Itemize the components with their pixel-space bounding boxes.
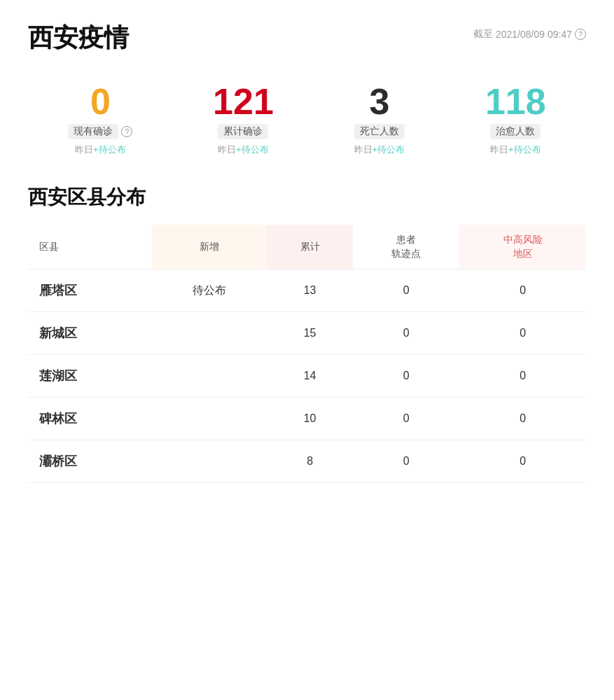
patient-tracks-value: 0 bbox=[353, 355, 459, 398]
table-row: 新城区1500 bbox=[28, 312, 586, 355]
new-cases-value bbox=[152, 355, 267, 398]
stat-sub-3: 昨日+待公布 bbox=[490, 144, 541, 156]
stat-number-deaths: 3 bbox=[369, 83, 389, 120]
district-name: 雁塔区 bbox=[28, 270, 152, 312]
stat-sub-2: 昨日+待公布 bbox=[354, 144, 405, 156]
district-name: 新城区 bbox=[28, 312, 152, 355]
th-new-cases: 新增 bbox=[152, 225, 267, 270]
patient-tracks-value: 0 bbox=[353, 440, 459, 483]
stat-sub-0: 昨日+待公布 bbox=[75, 144, 126, 156]
patient-tracks-value: 0 bbox=[353, 270, 459, 312]
stat-label-deaths: 死亡人数 bbox=[354, 124, 405, 139]
stat-sub-1: 昨日+待公布 bbox=[218, 144, 269, 156]
district-section-title: 西安区县分布 bbox=[28, 184, 586, 211]
total-cases-value: 10 bbox=[267, 398, 353, 440]
total-cases-value: 15 bbox=[267, 312, 353, 355]
risk-areas-value: 0 bbox=[459, 398, 586, 440]
timestamp-value: 2021/08/09 09:47 bbox=[496, 29, 572, 40]
th-risk-areas: 中高风险 地区 bbox=[459, 225, 586, 270]
new-cases-value bbox=[152, 440, 267, 483]
stat-number-confirmed-total: 121 bbox=[213, 83, 274, 120]
risk-areas-value: 0 bbox=[459, 312, 586, 355]
main-container: 西安疫情 截至 2021/08/09 09:47 ? 0 现有确诊 ? 昨日+待… bbox=[0, 0, 614, 700]
patient-tracks-value: 0 bbox=[353, 398, 459, 440]
stat-help-icon-0[interactable]: ? bbox=[121, 126, 132, 137]
total-cases-value: 8 bbox=[267, 440, 353, 483]
stat-label-recovered: 治愈人数 bbox=[490, 124, 540, 139]
stat-number-confirmed-current: 0 bbox=[90, 83, 111, 120]
th-total-cases: 累计 bbox=[267, 225, 353, 270]
new-cases-value: 待公布 bbox=[152, 270, 267, 312]
table-header-row: 区县 新增 累计 患者 轨迹点 中高风险 地区 bbox=[28, 225, 586, 270]
stat-confirmed-current: 0 现有确诊 ? 昨日+待公布 bbox=[68, 83, 132, 156]
table-row: 碑林区1000 bbox=[28, 398, 586, 440]
timestamp-prefix: 截至 bbox=[473, 28, 493, 41]
risk-areas-value: 0 bbox=[459, 440, 586, 483]
header: 西安疫情 截至 2021/08/09 09:47 ? bbox=[28, 21, 586, 55]
stat-label-row-2: 死亡人数 bbox=[354, 124, 405, 139]
page-title: 西安疫情 bbox=[28, 21, 129, 55]
stat-deaths: 3 死亡人数 昨日+待公布 bbox=[354, 83, 405, 156]
district-table: 区县 新增 累计 患者 轨迹点 中高风险 地区 雁塔区待公布1300新城区150… bbox=[28, 225, 586, 483]
total-cases-value: 13 bbox=[267, 270, 353, 312]
stat-number-recovered: 118 bbox=[485, 83, 546, 120]
new-cases-value bbox=[152, 398, 267, 440]
table-row: 雁塔区待公布1300 bbox=[28, 270, 586, 312]
new-cases-value bbox=[152, 312, 267, 355]
stat-label-row-3: 治愈人数 bbox=[490, 124, 540, 139]
stats-row: 0 现有确诊 ? 昨日+待公布 121 累计确诊 昨日+待公布 3 死亡人数 昨… bbox=[28, 76, 586, 163]
th-district: 区县 bbox=[28, 225, 152, 270]
total-cases-value: 14 bbox=[267, 355, 353, 398]
stat-label-row-1: 累计确诊 bbox=[218, 124, 268, 139]
stat-label-row-0: 现有确诊 ? bbox=[68, 124, 132, 139]
table-row: 莲湖区1400 bbox=[28, 355, 586, 398]
timestamp-help-icon[interactable]: ? bbox=[575, 29, 586, 40]
risk-areas-value: 0 bbox=[459, 270, 586, 312]
table-row: 灞桥区800 bbox=[28, 440, 586, 483]
district-name: 莲湖区 bbox=[28, 355, 152, 398]
district-name: 灞桥区 bbox=[28, 440, 152, 483]
risk-areas-value: 0 bbox=[459, 355, 586, 398]
stat-recovered: 118 治愈人数 昨日+待公布 bbox=[485, 83, 546, 156]
district-name: 碑林区 bbox=[28, 398, 152, 440]
stat-confirmed-total: 121 累计确诊 昨日+待公布 bbox=[213, 83, 274, 156]
patient-tracks-value: 0 bbox=[353, 312, 459, 355]
stat-label-confirmed-total: 累计确诊 bbox=[218, 124, 268, 139]
th-patient-tracks: 患者 轨迹点 bbox=[353, 225, 459, 270]
stat-label-confirmed-current: 现有确诊 bbox=[68, 124, 118, 139]
timestamp-area: 截至 2021/08/09 09:47 ? bbox=[473, 28, 586, 41]
